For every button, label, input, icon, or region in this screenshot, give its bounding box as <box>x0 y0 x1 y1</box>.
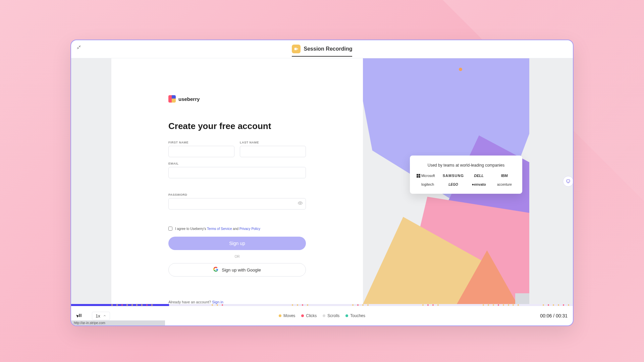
legend-touches: Touches <box>345 313 365 318</box>
window-topbar: Session Recording <box>71 40 573 58</box>
brand-envato: ●envato <box>468 182 490 186</box>
svg-rect-2 <box>567 180 570 182</box>
already-row: Already have an account? Sign in <box>168 300 306 304</box>
brand-logitech: logitech <box>417 182 439 186</box>
consent-row[interactable]: I agree to Useberry's Terms of Service a… <box>168 227 306 231</box>
brands-card: Used by teams at world-leading companies… <box>410 156 522 194</box>
time-display: 00:06 / 00:31 <box>540 313 568 318</box>
first-name-label: FIRST NAME <box>168 141 234 144</box>
tab-label: Session Recording <box>304 46 353 52</box>
tab-session-recording[interactable]: Session Recording <box>292 42 353 57</box>
google-icon <box>213 267 218 273</box>
status-bar: http://ar-in.stripe.com <box>71 320 165 325</box>
last-name-field[interactable] <box>240 146 306 157</box>
speed-selector[interactable]: 1x <box>92 312 110 320</box>
email-label: EMAIL <box>168 162 306 165</box>
session-window: Session Recording useberry Create your f… <box>70 40 574 326</box>
event-legend: Moves Clicks Scrolls Touches <box>279 313 365 318</box>
email-field[interactable] <box>168 167 306 178</box>
signup-panel: useberry Create your free account FIRST … <box>111 58 363 304</box>
brands-title: Used by teams at world-leading companies <box>417 163 516 168</box>
player-controls: 1x Moves Clicks Scrolls Touches 00:06 / … <box>71 306 573 325</box>
svg-rect-4 <box>80 314 81 317</box>
collapse-icon[interactable] <box>76 45 81 51</box>
hero-graphic: Used by teams at world-leading companies… <box>363 58 573 304</box>
signin-link[interactable]: Sign in <box>212 300 223 304</box>
divider-or: OR <box>168 255 306 258</box>
signup-button[interactable]: Sign up <box>168 237 306 250</box>
useberry-icon <box>168 95 176 103</box>
consent-text: I agree to Useberry's Terms of Service a… <box>175 227 260 231</box>
recording-icon <box>292 45 301 53</box>
legend-clicks: Clicks <box>301 313 317 318</box>
recording-viewport: useberry Create your free account FIRST … <box>71 58 573 304</box>
feedback-button[interactable] <box>563 176 574 187</box>
brands-grid: Microsoft SAMSUNG DELL IBM logitech LEGO… <box>417 174 516 186</box>
brand-microsoft: Microsoft <box>417 174 439 178</box>
page-title: Create your free account <box>168 121 306 131</box>
brand-accenture: accenture <box>493 183 516 186</box>
brand-samsung: SAMSUNG <box>442 174 464 178</box>
svg-rect-0 <box>294 48 297 50</box>
consent-checkbox[interactable] <box>168 227 172 231</box>
password-field[interactable] <box>168 198 306 209</box>
legend-moves: Moves <box>279 313 295 318</box>
speed-value: 1x <box>96 313 100 318</box>
brand-lego: LEGO <box>442 183 464 186</box>
terms-link[interactable]: Terms of Service <box>207 227 232 231</box>
password-label: PASSWORD <box>168 193 306 196</box>
svg-point-1 <box>300 202 301 204</box>
cursor-dot <box>459 68 462 71</box>
grey-box <box>515 293 529 304</box>
brand-dell: DELL <box>468 174 490 178</box>
brand-ibm: IBM <box>493 174 516 178</box>
last-name-label: LAST NAME <box>240 141 306 144</box>
legend-scrolls: Scrolls <box>323 313 339 318</box>
google-button-label: Sign up with Google <box>222 267 261 273</box>
brand-logo: useberry <box>168 95 306 103</box>
privacy-link[interactable]: Privacy Policy <box>239 227 260 231</box>
cursor-icon <box>76 314 80 319</box>
google-signup-button[interactable]: Sign up with Google <box>168 263 306 277</box>
chevron-up-icon <box>103 313 106 318</box>
eye-icon[interactable] <box>298 201 303 207</box>
brand-name: useberry <box>178 96 200 102</box>
first-name-field[interactable] <box>168 146 234 157</box>
